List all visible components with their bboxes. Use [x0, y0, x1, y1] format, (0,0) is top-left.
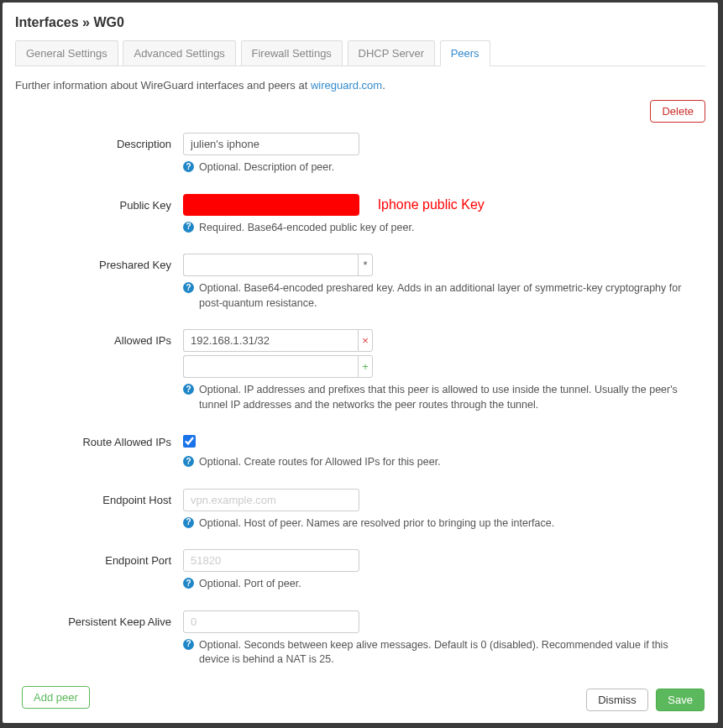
help-icon[interactable]: ?: [183, 222, 194, 233]
save-button[interactable]: Save: [656, 689, 705, 711]
help-endpoint-port: Optional. Port of peer.: [199, 577, 301, 592]
help-icon[interactable]: ?: [183, 282, 194, 293]
peer-modal: Interfaces » WG0 General Settings Advanc…: [3, 3, 718, 723]
label-endpoint-host: Endpoint Host: [15, 489, 183, 532]
info-text: Further information about WireGuard inte…: [15, 79, 705, 92]
endpoint-host-input[interactable]: [183, 489, 359, 511]
help-icon[interactable]: ?: [183, 384, 194, 395]
help-preshared-key: Optional. Base64-encoded preshared key. …: [199, 281, 699, 311]
help-icon[interactable]: ?: [183, 456, 194, 467]
help-keep-alive: Optional. Seconds between keep alive mes…: [199, 638, 699, 668]
help-icon[interactable]: ?: [183, 639, 194, 650]
help-allowed-ips: Optional. IP addresses and prefixes that…: [199, 383, 699, 412]
tab-firewall[interactable]: Firewall Settings: [241, 40, 343, 65]
remove-icon[interactable]: ×: [358, 329, 373, 352]
route-allowed-checkbox[interactable]: [183, 435, 196, 448]
preshared-key-input[interactable]: [183, 254, 358, 276]
delete-button[interactable]: Delete: [650, 100, 705, 123]
endpoint-port-input[interactable]: [183, 549, 359, 572]
allowed-ip-input-0[interactable]: [183, 329, 358, 352]
help-icon[interactable]: ?: [183, 578, 194, 589]
info-prefix: Further information about WireGuard inte…: [15, 79, 311, 92]
tab-advanced[interactable]: Advanced Settings: [123, 40, 235, 65]
add-peer-button[interactable]: Add peer: [22, 686, 90, 709]
breadcrumb: Interfaces » WG0: [15, 15, 705, 30]
info-suffix: .: [382, 79, 385, 92]
help-description: Optional. Description of peer.: [199, 160, 334, 175]
help-public-key: Required. Base64-encoded public key of p…: [199, 221, 414, 236]
help-icon[interactable]: ?: [183, 161, 194, 172]
tab-general[interactable]: General Settings: [15, 40, 118, 65]
label-keep-alive: Persistent Keep Alive: [15, 610, 183, 668]
tab-dhcp[interactable]: DHCP Server: [348, 40, 436, 65]
label-preshared-key: Preshared Key: [15, 254, 183, 311]
description-input[interactable]: [183, 133, 359, 155]
allowed-ip-input-1[interactable]: [183, 355, 358, 378]
info-link[interactable]: wireguard.com: [311, 79, 382, 92]
reveal-icon[interactable]: *: [358, 254, 373, 276]
tab-peers[interactable]: Peers: [440, 40, 490, 66]
help-route-allowed: Optional. Create routes for Allowed IPs …: [199, 455, 441, 470]
add-icon[interactable]: +: [358, 355, 373, 378]
keep-alive-input[interactable]: [183, 610, 359, 633]
help-endpoint-host: Optional. Host of peer. Names are resolv…: [199, 516, 554, 532]
label-endpoint-port: Endpoint Port: [15, 549, 183, 592]
help-icon[interactable]: ?: [183, 517, 194, 528]
tab-bar: General Settings Advanced Settings Firew…: [15, 40, 705, 66]
label-allowed-ips: Allowed IPs: [15, 329, 183, 412]
public-key-annotation: Iphone public Key: [378, 197, 485, 212]
label-route-allowed: Route Allowed IPs: [15, 431, 183, 470]
dismiss-button[interactable]: Dismiss: [586, 689, 648, 711]
label-public-key: Public Key: [15, 194, 183, 236]
label-description: Description: [15, 133, 183, 175]
public-key-redacted: [183, 194, 359, 216]
